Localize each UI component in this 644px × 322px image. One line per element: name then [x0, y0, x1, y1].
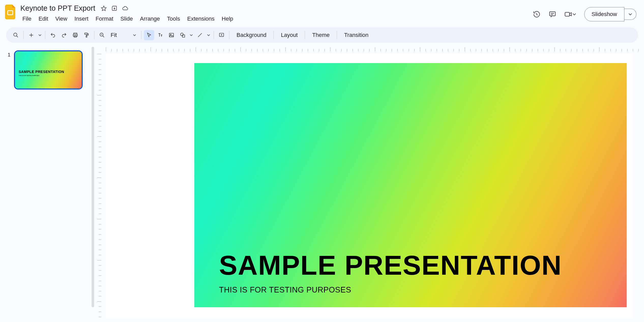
slide-canvas[interactable]: SAMPLE PRESENTATION THIS IS FOR TESTING …	[106, 53, 633, 319]
plus-icon	[28, 32, 34, 38]
separator	[45, 31, 45, 39]
add-comment-icon	[219, 32, 224, 38]
vertical-ruler[interactable]	[96, 54, 102, 322]
separator	[273, 31, 274, 39]
title-actions	[101, 5, 128, 11]
line-icon	[197, 32, 203, 38]
menu-extensions[interactable]: Extensions	[184, 14, 218, 24]
chevron-down-icon	[207, 34, 210, 37]
svg-rect-2	[565, 12, 569, 16]
app-header: Keynote to PPT Export File Edit View Ins…	[0, 0, 644, 27]
document-title[interactable]: Keynote to PPT Export	[20, 4, 95, 12]
paint-format-button[interactable]	[81, 30, 92, 40]
image-icon	[169, 32, 174, 38]
slide-title-text[interactable]: SAMPLE PRESENTATION	[219, 249, 562, 281]
horizontal-ruler[interactable]	[106, 46, 644, 52]
thumbnail-panel: 1 SAMPLE PRESENTATION THIS IS FOR TESTIN…	[0, 46, 94, 322]
workspace: 1 SAMPLE PRESENTATION THIS IS FOR TESTIN…	[0, 46, 644, 322]
print-icon	[72, 32, 78, 38]
chevron-down-icon	[628, 12, 632, 16]
svg-point-3	[14, 33, 17, 36]
svg-rect-5	[73, 34, 78, 36]
menu-tools[interactable]: Tools	[164, 14, 184, 24]
thumbnail-subtitle: THIS IS FOR TESTING PURPOSES	[19, 75, 39, 76]
menu-help[interactable]: Help	[218, 14, 237, 24]
star-icon[interactable]	[101, 5, 107, 11]
theme-button[interactable]: Theme	[308, 32, 334, 38]
comments-icon[interactable]	[549, 10, 556, 18]
svg-rect-1	[549, 12, 555, 16]
zoom-select[interactable]: Fit	[108, 32, 139, 38]
undo-icon	[50, 32, 56, 38]
toolbar: Fit Background Layout Theme Transition	[6, 27, 638, 43]
menu-file[interactable]: File	[19, 14, 35, 24]
slide-subtitle-text[interactable]: THIS IS FOR TESTING PURPOSES	[219, 285, 351, 295]
zoom-value: Fit	[111, 32, 117, 38]
header-actions: Slideshow	[533, 3, 638, 21]
thumbnail-row: 1 SAMPLE PRESENTATION THIS IS FOR TESTIN…	[8, 50, 89, 90]
svg-rect-13	[182, 35, 185, 37]
redo-icon	[61, 32, 67, 38]
thumbnail-title: SAMPLE PRESENTATION	[19, 70, 64, 74]
search-icon	[13, 32, 19, 38]
svg-rect-7	[85, 33, 87, 35]
separator	[23, 31, 24, 39]
shape-icon	[180, 32, 185, 38]
menu-arrange[interactable]: Arrange	[136, 14, 163, 24]
slide-thumbnail-1[interactable]: SAMPLE PRESENTATION THIS IS FOR TESTING …	[14, 50, 83, 90]
separator	[305, 31, 305, 39]
move-icon[interactable]	[111, 5, 118, 11]
chevron-down-icon	[573, 12, 576, 16]
menu-bar: File Edit View Insert Format Slide Arran…	[18, 14, 533, 24]
panel-scrollbar[interactable]	[92, 47, 94, 307]
svg-point-12	[181, 33, 183, 36]
transition-button[interactable]: Transition	[340, 32, 373, 38]
video-icon	[564, 10, 572, 18]
slides-logo-icon	[5, 5, 16, 19]
menu-insert[interactable]: Insert	[71, 14, 92, 24]
layout-button[interactable]: Layout	[276, 32, 302, 38]
cloud-icon[interactable]	[122, 5, 128, 11]
menu-edit[interactable]: Edit	[35, 14, 52, 24]
title-row: Keynote to PPT Export	[18, 3, 533, 13]
image-button[interactable]	[166, 30, 177, 40]
textbox-button[interactable]	[155, 30, 165, 40]
shape-dropdown[interactable]	[189, 30, 194, 40]
separator	[94, 31, 94, 39]
canvas-area: SAMPLE PRESENTATION THIS IS FOR TESTING …	[94, 46, 644, 322]
slideshow-dropdown[interactable]	[624, 9, 636, 20]
present-meet-group[interactable]	[564, 10, 576, 18]
shape-button[interactable]	[178, 30, 188, 40]
slide-number: 1	[8, 50, 10, 58]
chevron-down-icon	[190, 34, 193, 37]
chevron-down-icon	[38, 34, 41, 37]
redo-button[interactable]	[59, 30, 69, 40]
line-dropdown[interactable]	[206, 30, 211, 40]
menu-slide[interactable]: Slide	[117, 14, 136, 24]
new-slide-dropdown[interactable]	[37, 30, 42, 40]
menu-format[interactable]: Format	[92, 14, 117, 24]
slideshow-button[interactable]: Slideshow	[584, 7, 624, 21]
menu-view[interactable]: View	[52, 14, 71, 24]
chevron-down-icon	[133, 34, 136, 37]
svg-rect-8	[86, 36, 87, 37]
app-logo[interactable]	[3, 3, 18, 19]
paint-roller-icon	[84, 32, 89, 38]
separator	[214, 31, 214, 39]
undo-button[interactable]	[48, 30, 58, 40]
comment-button[interactable]	[216, 30, 227, 40]
background-button[interactable]: Background	[232, 32, 271, 38]
line-button[interactable]	[195, 30, 205, 40]
svg-rect-10	[169, 33, 174, 37]
print-button[interactable]	[70, 30, 80, 40]
textbox-icon	[157, 32, 163, 38]
zoom-button[interactable]	[97, 30, 107, 40]
search-button[interactable]	[11, 30, 21, 40]
zoom-icon	[99, 32, 105, 38]
new-slide-button[interactable]	[26, 30, 36, 40]
separator	[141, 31, 141, 39]
history-icon[interactable]	[533, 10, 540, 18]
select-tool-button[interactable]	[144, 30, 154, 40]
title-column: Keynote to PPT Export File Edit View Ins…	[18, 3, 533, 24]
separator	[337, 31, 337, 39]
